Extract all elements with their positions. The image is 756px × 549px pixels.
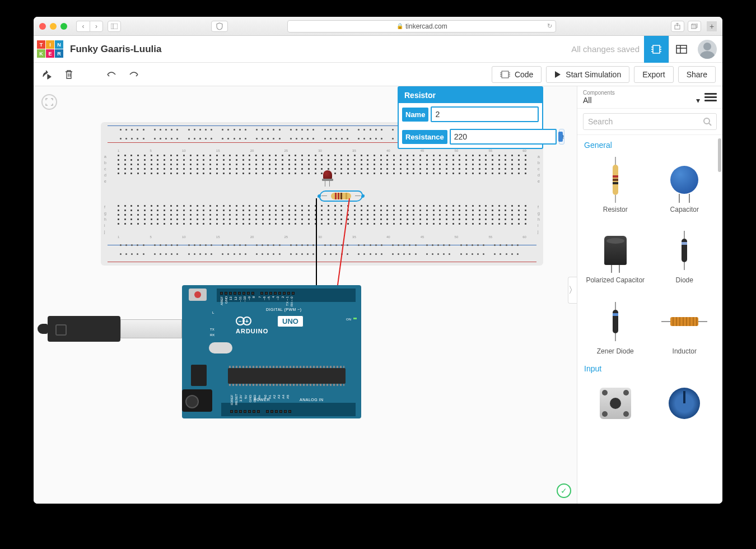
share-button[interactable]: Share: [678, 66, 716, 83]
maximize-window-button[interactable]: [60, 23, 67, 30]
uno-badge: UNO: [277, 315, 304, 327]
export-button[interactable]: Export: [634, 66, 673, 83]
arduino-uno[interactable]: AREFGND1312~11~10~987~6~54~32TX→1RX←0 DI…: [182, 285, 361, 418]
sidebar-toggle-button[interactable]: [108, 21, 121, 32]
reload-icon[interactable]: ↻: [547, 22, 552, 30]
power-label: POWER: [254, 398, 270, 402]
play-icon: [554, 71, 561, 78]
lock-icon: 🔒: [396, 23, 403, 29]
back-button[interactable]: ‹: [76, 21, 90, 32]
zoom-to-fit-button[interactable]: [41, 94, 57, 110]
component-name-input[interactable]: [431, 106, 539, 122]
code-label: Code: [515, 70, 533, 79]
code-icon: [500, 71, 510, 78]
chip-icon: [650, 44, 662, 54]
resistance-label: Resistance: [402, 130, 447, 144]
inspector-title: Resistor: [399, 87, 542, 103]
start-simulation-button[interactable]: Start Simulation: [546, 66, 629, 83]
close-window-button[interactable]: [39, 23, 46, 30]
scrollbar[interactable]: [718, 138, 721, 172]
rotate-tool[interactable]: [40, 68, 53, 81]
export-label: Export: [642, 70, 665, 79]
circuits-view-button[interactable]: [644, 36, 669, 63]
section-general: General: [580, 137, 720, 152]
delete-tool[interactable]: [63, 68, 75, 81]
components-list[interactable]: General Resistor Capacitor Polarized Cap…: [577, 135, 722, 504]
project-title[interactable]: Funky Gaaris-Luulia: [70, 44, 161, 55]
table-icon: [676, 45, 687, 54]
browser-chrome: ‹ › 🔒 tinkercad.com ↻ +: [34, 17, 722, 36]
app-header: TIN KER Funky Gaaris-Luulia All changes …: [34, 36, 722, 63]
search-icon: [703, 117, 712, 126]
svg-point-10: [704, 118, 710, 124]
svg-rect-9: [502, 71, 508, 78]
share-icon: [674, 23, 680, 30]
share-browser-button[interactable]: [671, 21, 684, 32]
workspace: Resistor Name Resistance Ω abcde abcde: [34, 86, 722, 504]
usb-cable[interactable]: [48, 316, 148, 342]
schematic-view-button[interactable]: [669, 36, 693, 63]
analog-label: ANALOG IN: [300, 398, 324, 402]
svg-rect-6: [676, 45, 687, 53]
resistor-component[interactable]: [327, 192, 355, 200]
minimize-window-button[interactable]: [50, 23, 57, 30]
chevron-down-icon: ▾: [696, 96, 700, 105]
collapse-sidebar-button[interactable]: 〉: [568, 277, 577, 304]
arduino-name: ARDUINO: [236, 328, 268, 334]
components-filter-dropdown[interactable]: Components All▾: [583, 90, 700, 105]
unit-select[interactable]: Ω: [559, 129, 564, 145]
on-led: ON: [346, 318, 351, 321]
component-pushbutton[interactable]: [582, 375, 649, 431]
svg-rect-5: [653, 45, 660, 53]
tabs-icon: [691, 24, 698, 29]
svg-rect-0: [111, 24, 118, 29]
svg-line-11: [709, 123, 711, 125]
tabs-button[interactable]: [688, 21, 701, 32]
new-tab-button[interactable]: +: [707, 21, 717, 31]
section-input: Input: [580, 361, 720, 375]
saved-status: All changes saved: [571, 44, 640, 54]
panel-icon: [111, 24, 118, 29]
svg-rect-4: [691, 25, 696, 29]
component-potentiometer[interactable]: [651, 375, 718, 431]
sim-label: Start Simulation: [566, 70, 621, 79]
user-avatar[interactable]: [698, 40, 717, 59]
undo-icon: [106, 71, 117, 78]
list-view-toggle[interactable]: [704, 93, 717, 101]
component-zener-diode[interactable]: Zener Diode: [582, 294, 649, 361]
share-label: Share: [687, 70, 707, 79]
toolbar: Code Start Simulation Export Share: [34, 63, 722, 86]
search-placeholder: Search: [588, 117, 613, 126]
component-capacitor[interactable]: Capacitor: [651, 152, 718, 219]
components-sidebar: Components All▾ Search General: [577, 86, 722, 504]
component-inductor[interactable]: Inductor: [651, 294, 718, 361]
code-button[interactable]: Code: [492, 66, 542, 83]
search-input[interactable]: Search: [583, 113, 717, 130]
name-label: Name: [402, 108, 428, 122]
undo-button[interactable]: [105, 68, 118, 81]
reset-button[interactable]: [189, 289, 207, 301]
arduino-logo: −+: [236, 317, 251, 325]
tinkercad-logo[interactable]: TIN KER: [37, 40, 63, 58]
redo-icon: [128, 71, 139, 78]
security-badge[interactable]: ✓: [557, 483, 571, 498]
privacy-report-button[interactable]: [211, 21, 228, 32]
dc-jack: [182, 389, 212, 412]
redo-button[interactable]: [128, 68, 140, 81]
trash-icon: [64, 69, 73, 80]
component-resistor[interactable]: Resistor: [582, 152, 649, 219]
canvas[interactable]: Resistor Name Resistance Ω abcde abcde: [34, 86, 577, 504]
url-bar[interactable]: 🔒 tinkercad.com ↻: [287, 20, 556, 32]
atmega-chip: [228, 368, 346, 384]
fit-icon: [45, 98, 53, 106]
component-diode[interactable]: Diode: [651, 222, 718, 290]
forward-button[interactable]: ›: [90, 21, 103, 32]
led-component[interactable]: [322, 170, 333, 184]
app-window: ‹ › 🔒 tinkercad.com ↻ + TIN KER: [34, 17, 722, 504]
digital-label: DIGITAL (PWM ~): [266, 308, 302, 311]
resistance-input[interactable]: [450, 129, 557, 145]
component-polarized-capacitor[interactable]: Polarized Capacitor: [582, 222, 649, 290]
inspector-panel: Resistor Name Resistance Ω: [398, 86, 543, 149]
url-host-text: tinkercad.com: [405, 22, 447, 30]
window-controls: [39, 23, 67, 30]
